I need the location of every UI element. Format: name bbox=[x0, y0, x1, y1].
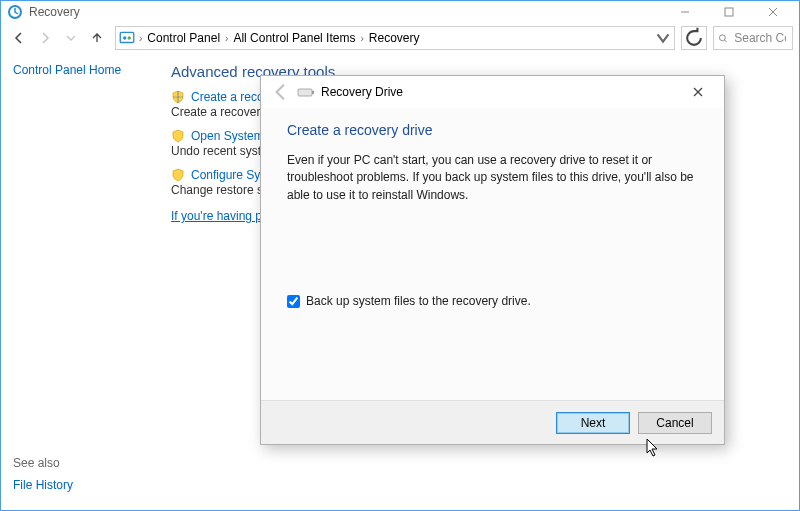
search-box[interactable] bbox=[713, 26, 793, 50]
search-icon bbox=[718, 32, 728, 45]
dialog-back-button[interactable] bbox=[271, 82, 291, 102]
recent-locations-button[interactable] bbox=[59, 26, 83, 50]
breadcrumb-item[interactable]: Recovery bbox=[365, 31, 424, 45]
breadcrumb-item[interactable]: All Control Panel Items bbox=[229, 31, 359, 45]
back-button[interactable] bbox=[7, 26, 31, 50]
file-history-link[interactable]: File History bbox=[13, 478, 73, 492]
svg-point-8 bbox=[719, 34, 725, 40]
dialog-footer: Next Cancel bbox=[261, 400, 724, 444]
shield-icon bbox=[171, 168, 185, 182]
shield-icon bbox=[171, 90, 185, 104]
svg-rect-10 bbox=[298, 89, 312, 96]
dialog-close-button[interactable] bbox=[678, 78, 718, 106]
forward-button[interactable] bbox=[33, 26, 57, 50]
breadcrumb-item[interactable]: Control Panel bbox=[143, 31, 224, 45]
maximize-button[interactable] bbox=[707, 1, 751, 23]
backup-checkbox[interactable] bbox=[287, 295, 300, 308]
address-field[interactable]: › Control Panel › All Control Panel Item… bbox=[115, 26, 675, 50]
backup-checkbox-label: Back up system files to the recovery dri… bbox=[306, 294, 531, 308]
svg-rect-5 bbox=[120, 32, 134, 42]
svg-rect-11 bbox=[312, 91, 314, 94]
svg-point-7 bbox=[128, 36, 131, 39]
up-button[interactable] bbox=[85, 26, 109, 50]
recovery-icon bbox=[7, 4, 23, 20]
dialog-header: Recovery Drive bbox=[261, 76, 724, 108]
search-input[interactable] bbox=[732, 30, 788, 46]
dialog-app-title: Recovery Drive bbox=[321, 85, 403, 99]
window-title: Recovery bbox=[29, 5, 80, 19]
left-nav: Control Panel Home bbox=[1, 53, 161, 510]
see-also: See also File History bbox=[13, 456, 73, 492]
svg-rect-2 bbox=[725, 8, 733, 16]
minimize-button[interactable] bbox=[663, 1, 707, 23]
see-also-header: See also bbox=[13, 456, 73, 470]
close-button[interactable] bbox=[751, 1, 795, 23]
cancel-button[interactable]: Cancel bbox=[638, 412, 712, 434]
dialog-text: Even if your PC can't start, you can use… bbox=[287, 152, 698, 204]
refresh-button[interactable] bbox=[681, 26, 707, 50]
dialog-body: Create a recovery drive Even if your PC … bbox=[261, 108, 724, 308]
control-panel-icon bbox=[118, 29, 136, 47]
svg-line-9 bbox=[725, 39, 727, 41]
address-dropdown-button[interactable] bbox=[654, 27, 672, 49]
titlebar: Recovery bbox=[1, 1, 799, 23]
recovery-drive-dialog: Recovery Drive Create a recovery drive E… bbox=[260, 75, 725, 445]
backup-checkbox-row[interactable]: Back up system files to the recovery dri… bbox=[287, 294, 698, 308]
shield-icon bbox=[171, 129, 185, 143]
control-panel-home-link[interactable]: Control Panel Home bbox=[13, 63, 149, 77]
next-button[interactable]: Next bbox=[556, 412, 630, 434]
drive-icon bbox=[297, 85, 315, 99]
svg-point-6 bbox=[123, 36, 126, 39]
dialog-title: Create a recovery drive bbox=[287, 122, 698, 138]
address-bar: › Control Panel › All Control Panel Item… bbox=[1, 23, 799, 53]
